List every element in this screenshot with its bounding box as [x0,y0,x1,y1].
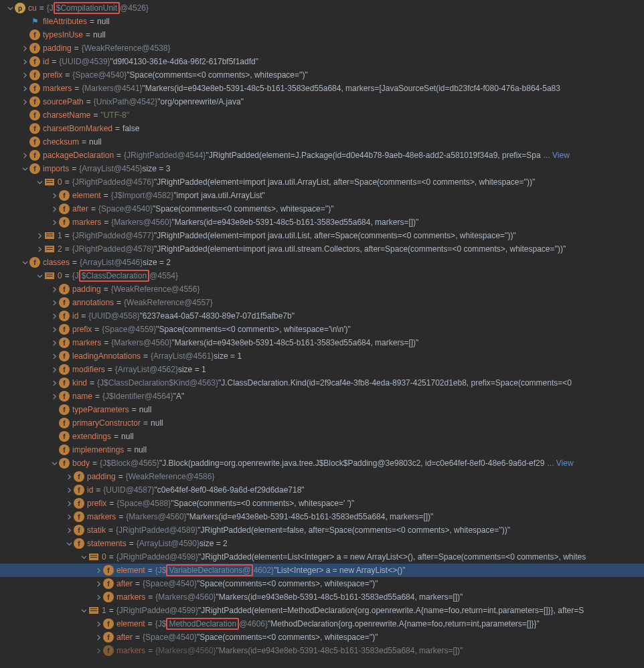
tree-row[interactable]: f markers = {Markers@4560} "Markers(id=e… [0,644,644,657]
chevron-right-icon[interactable] [94,579,103,588]
tree-row[interactable]: f markers = {Markers@4541} "Markers(id=e… [0,82,644,95]
tree-row[interactable]: f padding = {WeakReference@4586} [0,470,644,483]
chevron-right-icon[interactable] [35,244,44,254]
tree-row[interactable]: f charsetBomMarked = false [0,122,644,135]
tree-row[interactable]: 1 = {JRightPadded@4577} "JRightPadded(el… [0,229,644,242]
field-icon: f [74,525,84,535]
chevron-down-icon[interactable] [64,539,74,548]
chevron-right-icon[interactable] [50,284,59,294]
chevron-right-icon[interactable] [20,70,29,80]
chevron-right-icon[interactable] [50,365,59,374]
field-icon: f [29,123,40,134]
chevron-down-icon[interactable] [35,271,44,280]
chevron-right-icon[interactable] [94,619,103,629]
tree-row[interactable]: f typeParameters = null [0,403,644,416]
tree-row[interactable]: f typesInUse = null [0,28,644,41]
tree-row[interactable]: f modifiers = {ArrayList@4562} size = 1 [0,363,644,376]
tree-row[interactable]: f padding = {WeakReference@4538} [0,41,644,55]
chevron-right-icon[interactable] [50,298,59,307]
tree-row[interactable]: f id = {UUID@4539} "d9f04130-361e-4d6a-9… [0,55,644,68]
tree-row[interactable]: f sourcePath = {UnixPath@4542} "org/open… [0,95,644,108]
chevron-right-icon[interactable] [50,325,59,334]
tree-row[interactable]: f markers = {Markers@4560} "Markers(id=e… [0,590,644,604]
chevron-down-icon[interactable] [35,177,44,187]
view-link[interactable]: ... View [547,458,573,468]
chevron-right-icon[interactable] [64,485,74,495]
tree-row[interactable]: 0 = {JRightPadded@4598} "JRightPadded(el… [0,550,644,564]
field-icon: f [59,311,70,321]
list-item-icon [44,244,55,254]
chevron-right-icon[interactable] [50,204,59,214]
chevron-down-icon[interactable] [20,164,29,173]
chevron-right-icon[interactable] [50,338,59,347]
tree-row[interactable]: f charsetName = "UTF-8" [0,108,644,122]
tree-row[interactable]: f statik = {JRightPadded@4589} "JRightPa… [0,523,644,537]
chevron-down-icon[interactable] [20,258,29,267]
chevron-right-icon[interactable] [64,499,74,508]
chevron-right-icon[interactable] [50,191,59,200]
field-icon: f [29,29,40,40]
tree-row[interactable]: 0 = {JRightPadded@4576} "JRightPadded(el… [0,175,644,189]
tree-row[interactable]: f annotations = {WeakReference@4557} [0,296,644,309]
tree-row[interactable]: f id = {UUID@4558} "6237eaa4-0a57-4830-8… [0,309,644,323]
chevron-right-icon[interactable] [20,44,29,53]
tree-row[interactable]: f name = {J$Identifier@4564} "A" [0,390,644,403]
chevron-right-icon[interactable] [94,633,103,642]
tree-row[interactable]: ⚑ fileAttributes = null [0,15,644,28]
tree-row[interactable]: f element = {J$MethodDeclaration@4606} "… [0,617,644,631]
chevron-right-icon[interactable] [50,378,59,388]
chevron-down-icon[interactable] [50,458,59,468]
tree-row[interactable]: 1 = {JRightPadded@4599} "JRightPadded(el… [0,604,644,617]
tree-row[interactable]: f extendings = null [0,430,644,443]
tree-row[interactable]: f markers = {Markers@4560} "Markers(id=e… [0,336,644,349]
chevron-down-icon[interactable] [79,606,88,615]
tree-row[interactable]: f after = {Space@4540} "Space(comments=<… [0,631,644,644]
chevron-right-icon[interactable] [20,84,29,93]
tree-row[interactable]: 2 = {JRightPadded@4578} "JRightPadded(el… [0,242,644,256]
chevron-right-icon[interactable] [64,525,74,535]
tree-row-body[interactable]: f body = {J$Block@4565} "J.Block(padding… [0,456,644,470]
tree-row-selected[interactable]: f element = {J$VariableDeclarations@4602… [0,564,644,577]
chevron-right-icon[interactable] [20,97,29,106]
chevron-down-icon[interactable] [5,3,15,13]
chevron-right-icon[interactable] [20,57,29,66]
chevron-right-icon[interactable] [35,231,44,240]
tree-row[interactable]: f kind = {J$ClassDeclaration$Kind@4563} … [0,376,644,390]
chevron-right-icon[interactable] [94,566,103,575]
tree-row[interactable]: f checksum = null [0,135,644,149]
tree-row[interactable]: f padding = {WeakReference@4556} [0,282,644,296]
tree-row[interactable]: f after = {Space@4540} "Space(comments=<… [0,577,644,590]
tree-row-classes[interactable]: f classes = {ArrayList@4546} size = 2 [0,256,644,269]
tree-row[interactable]: f after = {Space@4540} "Space(comments=<… [0,202,644,216]
field-icon: f [59,337,70,348]
chevron-right-icon[interactable] [50,218,59,227]
tree-row-cu[interactable]: p cu = {J$CompilationUnit@4526} [0,1,644,15]
chevron-right-icon[interactable] [94,592,103,602]
tree-row[interactable]: f prefix = {Space@4588} "Space(comments=… [0,497,644,510]
field-icon: f [103,578,114,589]
chevron-right-icon[interactable] [50,351,59,361]
chevron-right-icon[interactable] [50,311,59,321]
view-link[interactable]: ... View [544,151,570,160]
tree-row-imports[interactable]: f imports = {ArrayList@4545} size = 3 [0,162,644,175]
tree-row[interactable]: 0 = {J$ClassDeclaration@4554} [0,269,644,282]
tree-row[interactable]: f leadingAnnotations = {ArrayList@4561} … [0,349,644,363]
tree-row[interactable]: f packageDeclaration = {JRightPadded@454… [0,149,644,162]
field-icon: f [29,110,40,120]
tree-row-statements[interactable]: f statements = {ArrayList@4590} size = 2 [0,537,644,550]
tree-row[interactable]: f markers = {Markers@4560} "Markers(id=e… [0,510,644,523]
tree-row[interactable]: f prefix = {Space@4540} "Space(comments=… [0,68,644,82]
chevron-right-icon[interactable] [94,646,103,655]
tree-row[interactable]: f id = {UUID@4587} "c0e64fef-8ef0-48e6-9… [0,483,644,497]
tree-row[interactable]: f primaryConstructor = null [0,416,644,430]
tree-row[interactable]: f prefix = {Space@4559} "Space(comments=… [0,323,644,336]
tree-row[interactable]: f element = {J$Import@4582} "import java… [0,189,644,202]
field-icon: f [74,485,84,495]
chevron-right-icon[interactable] [20,151,29,160]
chevron-right-icon[interactable] [64,472,74,481]
tree-row[interactable]: f implementings = null [0,443,644,456]
chevron-right-icon[interactable] [64,512,74,521]
chevron-down-icon[interactable] [79,552,88,562]
chevron-right-icon[interactable] [50,392,59,401]
tree-row[interactable]: f markers = {Markers@4560} "Markers(id=e… [0,216,644,229]
